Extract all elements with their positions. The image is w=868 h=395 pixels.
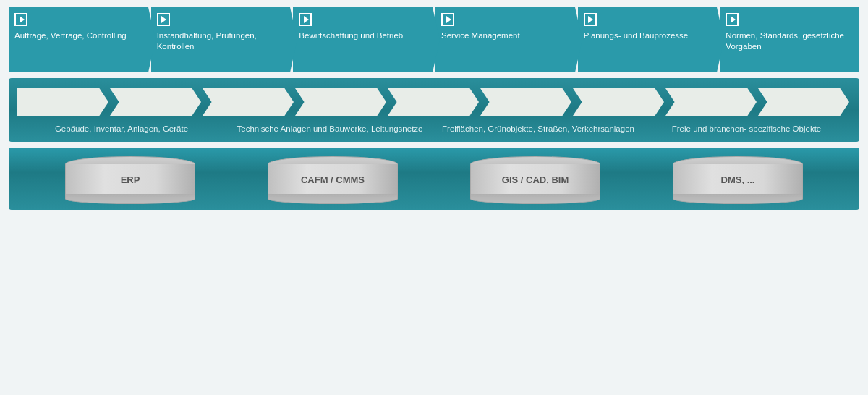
object-item-0: Gebäude, Inventar, Anlagen, Geräte xyxy=(17,123,226,135)
category-box-3[interactable]: Service Management xyxy=(435,7,575,72)
object-item-1: Technische Anlagen und Bauwerke, Leitung… xyxy=(226,123,434,135)
cylinder-bottom xyxy=(470,194,600,204)
object-item-2: Freiflächen, Grünobjekte, Straßen, Verke… xyxy=(434,123,642,135)
db-label: ERP xyxy=(121,174,140,185)
db-item-2: GIS / CAD, BIM xyxy=(437,156,634,204)
cylinder: CAFM / CMMS xyxy=(268,156,398,204)
category-box-5[interactable]: Normen, Standards, gesetzliche Vorgaben xyxy=(720,7,859,72)
cylinder-body: DMS, ... xyxy=(673,164,803,195)
chevron-6 xyxy=(573,88,664,116)
play-icon xyxy=(441,13,454,26)
category-box-1[interactable]: Instandhaltung, Prüfungen, Kontrollen xyxy=(151,7,291,72)
chevron-4 xyxy=(388,88,479,116)
chevron-0 xyxy=(17,88,109,116)
cylinder-body: CAFM / CMMS xyxy=(268,164,398,195)
db-row: ERPCAFM / CMMSGIS / CAD, BIMDMS, ... xyxy=(17,156,851,204)
cylinder: GIS / CAD, BIM xyxy=(470,156,600,204)
objects-row: Gebäude, Inventar, Anlagen, GeräteTechni… xyxy=(17,123,851,135)
play-icon xyxy=(584,13,597,26)
main-container: Aufträge, Verträge, ControllingInstandha… xyxy=(0,0,868,395)
cylinder-body: ERP xyxy=(65,164,195,195)
category-label: Bewirtschaftung und Betrieb xyxy=(299,30,403,41)
cylinder: DMS, ... xyxy=(673,156,803,204)
play-icon xyxy=(726,13,739,26)
chevron-5 xyxy=(480,88,571,116)
cylinder-bottom xyxy=(65,194,195,204)
chevron-2 xyxy=(203,88,294,116)
db-label: DMS, ... xyxy=(721,174,755,185)
top-categories-row: Aufträge, Verträge, ControllingInstandha… xyxy=(9,7,859,72)
play-icon xyxy=(299,13,312,26)
play-icon xyxy=(14,13,27,26)
category-box-0[interactable]: Aufträge, Verträge, Controlling xyxy=(9,7,148,72)
category-label: Instandhaltung, Prüfungen, Kontrollen xyxy=(157,30,285,52)
db-label: CAFM / CMMS xyxy=(301,174,365,185)
anlagen-section: ERPCAFM / CMMSGIS / CAD, BIMDMS, ... xyxy=(9,148,859,210)
category-box-4[interactable]: Planungs- und Bauprozesse xyxy=(578,7,718,72)
category-label: Normen, Standards, gesetzliche Vorgaben xyxy=(726,30,854,52)
prozess-section: Gebäude, Inventar, Anlagen, GeräteTechni… xyxy=(9,78,859,142)
object-item-3: Freie und branchen- spezifische Objekte xyxy=(642,123,851,135)
category-label: Planungs- und Bauprozesse xyxy=(584,30,689,41)
chevron-1 xyxy=(110,88,201,116)
category-label: Service Management xyxy=(441,30,520,41)
category-box-2[interactable]: Bewirtschaftung und Betrieb xyxy=(293,7,433,72)
play-icon xyxy=(157,13,170,26)
cylinder: ERP xyxy=(65,156,195,204)
arrows-row xyxy=(17,88,851,116)
db-label: GIS / CAD, BIM xyxy=(502,174,569,185)
cylinder-body: GIS / CAD, BIM xyxy=(470,164,600,195)
chevron-3 xyxy=(295,88,386,116)
chevron-7 xyxy=(665,88,757,116)
category-label: Aufträge, Verträge, Controlling xyxy=(14,30,127,41)
db-item-0: ERP xyxy=(32,156,229,204)
chevron-8 xyxy=(758,88,849,116)
db-item-3: DMS, ... xyxy=(639,156,836,204)
cylinder-bottom xyxy=(268,194,398,204)
cylinder-bottom xyxy=(673,194,803,204)
db-item-1: CAFM / CMMS xyxy=(234,156,431,204)
